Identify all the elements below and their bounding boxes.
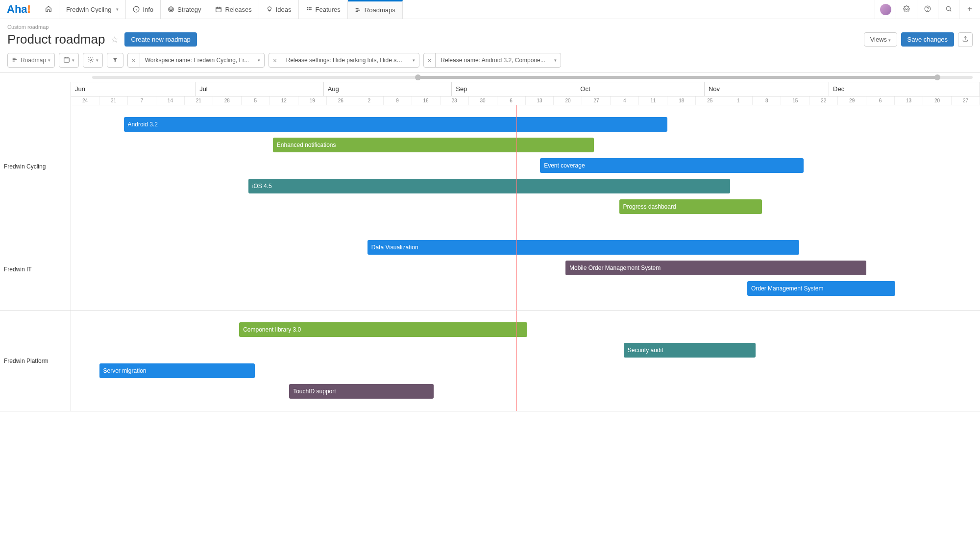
nav-ideas[interactable]: Ideas	[259, 0, 299, 19]
save-changes-button[interactable]: Save changes	[901, 32, 954, 47]
svg-point-14	[906, 8, 907, 10]
day-header: 16	[412, 96, 441, 105]
filter-pill-1[interactable]: ×Release settings: Hide parking lots, Hi…	[269, 53, 419, 68]
month-header: Sep	[452, 82, 576, 96]
search-icon	[945, 5, 952, 14]
help-button[interactable]	[917, 0, 938, 19]
group-row: Fredwin ITData VisualizationMobile Order…	[0, 228, 980, 311]
roadmap-bar[interactable]: Mobile Order Management System	[565, 261, 866, 275]
group-row: Fredwin CyclingAndroid 3.2Enhanced notif…	[0, 105, 980, 228]
favorite-button[interactable]: ☆	[111, 34, 119, 45]
logo[interactable]: Aha!	[0, 0, 38, 19]
zoom-slider[interactable]	[92, 76, 973, 79]
roadmap-bar[interactable]: Component library 3.0	[239, 322, 527, 337]
info-icon	[133, 6, 140, 13]
add-button[interactable]	[959, 0, 980, 19]
roadmap-bar[interactable]: Server migration	[99, 363, 255, 378]
svg-rect-10	[310, 9, 311, 10]
day-header: 30	[469, 96, 497, 105]
nav-roadmaps[interactable]: Roadmaps	[348, 0, 403, 19]
filter-pill-0[interactable]: ×Workspace name: Fredwin Cycling, Fr...▾	[127, 53, 265, 68]
group-chart: Data VisualizationMobile Order Managemen…	[71, 228, 980, 310]
svg-rect-7	[310, 7, 311, 8]
gantt-icon	[12, 56, 19, 65]
gear-icon	[87, 56, 94, 65]
settings-selector[interactable]	[83, 53, 103, 68]
nav-features[interactable]: Features	[299, 0, 348, 19]
svg-point-22	[90, 59, 92, 61]
remove-filter-icon[interactable]: ×	[424, 53, 436, 67]
gear-icon	[903, 5, 910, 14]
roadmap-bar[interactable]: Order Management System	[747, 281, 895, 296]
day-header: 23	[441, 96, 469, 105]
roadmap-bar[interactable]: Data Visualization	[368, 240, 799, 255]
roadmap-bar[interactable]: Security audit	[624, 343, 756, 358]
svg-rect-5	[307, 7, 308, 8]
share-button[interactable]	[958, 32, 973, 47]
nav-label: Info	[143, 6, 153, 13]
plus-icon	[966, 5, 973, 14]
breadcrumb: Custom roadmap	[7, 24, 973, 30]
svg-point-3	[171, 9, 171, 9]
filter-pill-2[interactable]: ×Release name: Android 3.2, Compone...▾	[423, 53, 561, 68]
nav-strategy[interactable]: Strategy	[161, 0, 208, 19]
day-header: 15	[781, 96, 809, 105]
zoom-handle-right[interactable]	[934, 74, 940, 80]
chevron-down-icon: ▾	[254, 58, 264, 63]
roadmap-bar[interactable]: TouchID support	[289, 384, 434, 399]
home-icon	[45, 5, 52, 14]
date-range-selector[interactable]	[59, 53, 79, 68]
day-header: 29	[838, 96, 866, 105]
workspace-name: Fredwin Cycling	[66, 6, 111, 13]
day-header: 7	[128, 96, 156, 105]
svg-rect-4	[216, 7, 221, 12]
filter-bar: Roadmap ×Workspace name: Fredwin Cycling…	[0, 53, 980, 72]
svg-rect-21	[64, 57, 70, 62]
day-header: 6	[866, 96, 895, 105]
nav-right	[875, 0, 980, 19]
group-chart: Android 3.2Enhanced notificationsEvent c…	[71, 105, 980, 228]
views-button[interactable]: Views	[864, 32, 897, 47]
month-header: Aug	[324, 82, 452, 96]
month-header: Oct	[576, 82, 705, 96]
svg-point-17	[946, 6, 950, 10]
settings-button[interactable]	[896, 0, 917, 19]
nav-label: Strategy	[177, 6, 201, 13]
remove-filter-icon[interactable]: ×	[128, 53, 140, 67]
share-icon	[962, 35, 969, 44]
avatar-icon	[880, 4, 891, 15]
day-header: 9	[384, 96, 412, 105]
create-roadmap-button[interactable]: Create new roadmap	[124, 32, 196, 47]
search-button[interactable]	[938, 0, 959, 19]
calendar-icon	[63, 56, 70, 65]
day-header: 19	[298, 96, 327, 105]
calendar-icon	[215, 6, 222, 13]
svg-rect-19	[13, 59, 17, 60]
filter-toggle[interactable]	[107, 53, 123, 68]
day-header: 26	[327, 96, 355, 105]
group-label: Fredwin IT	[0, 228, 71, 310]
nav-info[interactable]: Info	[126, 0, 161, 19]
day-header: 14	[156, 96, 185, 105]
nav-releases[interactable]: Releases	[208, 0, 259, 19]
roadmap-bar[interactable]: Enhanced notifications	[273, 138, 594, 152]
roadmap-bar[interactable]: iOS 4.5	[248, 179, 730, 193]
user-avatar[interactable]	[875, 0, 896, 19]
svg-rect-11	[356, 8, 359, 9]
roadmap-bar[interactable]: Event coverage	[540, 158, 804, 173]
roadmap-bar[interactable]: Android 3.2	[124, 117, 667, 132]
workspace-selector[interactable]: Fredwin Cycling	[59, 0, 126, 19]
day-header: 2	[355, 96, 384, 105]
filter-icon	[112, 56, 119, 65]
roadmap-type-selector[interactable]: Roadmap	[7, 53, 55, 68]
day-header: 20	[554, 96, 582, 105]
top-nav: Aha! Fredwin Cycling InfoStrategyRelease…	[0, 0, 980, 19]
month-header: Nov	[705, 82, 829, 96]
zoom-handle-left[interactable]	[415, 74, 421, 80]
month-header: Dec	[829, 82, 980, 96]
roadmap-bar[interactable]: Progress dashboard	[619, 199, 762, 214]
home-nav[interactable]	[38, 0, 59, 19]
remove-filter-icon[interactable]: ×	[269, 53, 281, 67]
nav-label: Releases	[225, 6, 251, 13]
day-header: 25	[696, 96, 724, 105]
